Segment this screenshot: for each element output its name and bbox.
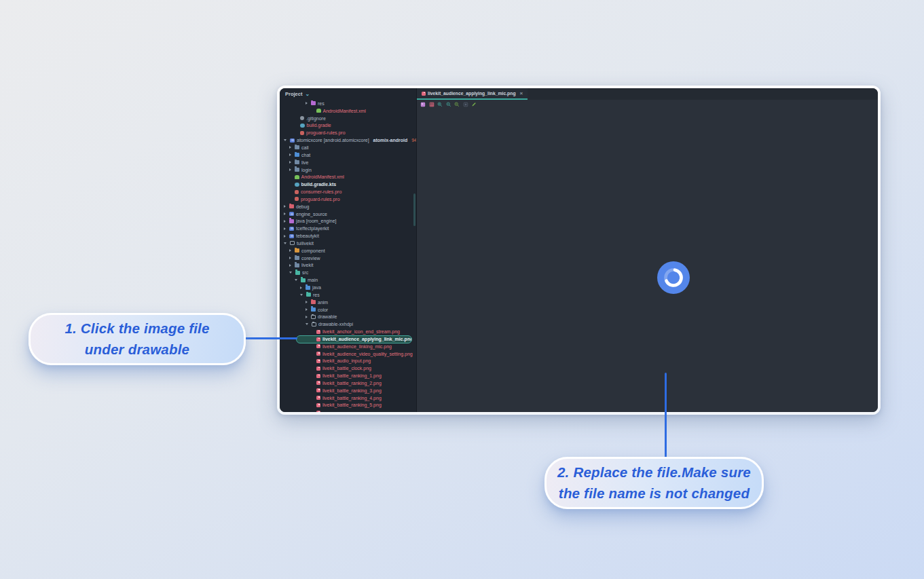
folder-blue-icon xyxy=(306,286,310,290)
tree-item[interactable]: chat xyxy=(280,151,416,159)
chevron-right-icon[interactable] xyxy=(289,153,293,156)
folder-icon xyxy=(295,145,299,149)
project-tree-scrollbar[interactable] xyxy=(413,193,415,226)
project-panel-header[interactable]: Project ⌄ xyxy=(280,88,416,100)
chevron-right-icon[interactable] xyxy=(306,102,309,105)
close-icon[interactable]: × xyxy=(520,90,523,96)
chevron-right-icon[interactable] xyxy=(284,227,287,230)
editor-tab-bar: livekit_audience_applying_link_mic.png × xyxy=(417,88,878,100)
editor-tab-active[interactable]: livekit_audience_applying_link_mic.png × xyxy=(417,88,528,100)
tree-item[interactable]: drawable-xxhdpi xyxy=(280,320,416,328)
tree-item[interactable]: component xyxy=(280,247,416,255)
tree-item[interactable]: .gitignore xyxy=(280,115,416,122)
tree-item[interactable]: AndroidManifest.xml xyxy=(280,173,416,181)
chevron-right-icon[interactable] xyxy=(284,220,287,223)
tree-item[interactable]: build.gradle.kts xyxy=(280,181,416,188)
chevron-right-icon[interactable] xyxy=(300,286,303,289)
pixel-grid-icon[interactable] xyxy=(429,102,435,107)
tree-item-label: .gitignore xyxy=(306,116,326,121)
tree-item[interactable]: engine_source xyxy=(280,210,416,218)
folder-outline-icon xyxy=(312,322,316,326)
tree-item[interactable]: drawable xyxy=(280,313,416,320)
tree-item[interactable]: livekit_battle_ranking_3.png xyxy=(280,387,416,394)
chevron-right-icon[interactable] xyxy=(289,249,293,252)
zoom-out-icon[interactable] xyxy=(446,102,451,107)
tree-item[interactable]: live xyxy=(280,159,416,166)
gradle-icon xyxy=(300,124,305,128)
folder-purple-icon xyxy=(311,101,316,105)
image-file-icon xyxy=(316,381,320,385)
tree-item[interactable]: livekit_anchor_icon_end_stream.png xyxy=(280,328,416,335)
edit-externally-icon[interactable] xyxy=(471,102,477,107)
chevron-down-icon[interactable] xyxy=(295,279,297,281)
chevron-right-icon[interactable] xyxy=(306,316,309,318)
tree-item[interactable]: src xyxy=(280,269,416,276)
folder-orange-icon xyxy=(295,248,299,253)
git-status-badge: 94↑ 2↓ / 1 ⚠ xyxy=(411,138,416,143)
callout-2-connector-line xyxy=(665,373,667,458)
fit-to-window-icon[interactable] xyxy=(463,102,468,107)
tree-item[interactable]: tceffectplayerkit xyxy=(280,225,416,232)
chevron-right-icon[interactable] xyxy=(289,161,293,164)
folder-icon xyxy=(295,160,299,164)
chessboard-background-icon[interactable] xyxy=(420,102,426,107)
tree-item-label: build.gradle xyxy=(307,123,331,128)
tree-item-label: drawable-xxhdpi xyxy=(318,322,353,326)
tree-item[interactable]: livekit_audio_input.png xyxy=(280,358,416,365)
chevron-right-icon[interactable] xyxy=(284,205,287,208)
tree-item[interactable]: java xyxy=(280,284,416,291)
tree-item[interactable]: java [room_engine] xyxy=(280,218,416,225)
chevron-right-icon[interactable] xyxy=(284,235,287,238)
chevron-right-icon[interactable] xyxy=(306,301,309,303)
tree-item[interactable]: livekit_battle_ranking_5.png xyxy=(280,402,416,409)
tree-item[interactable]: livekit_battle_ranking_2.png xyxy=(280,379,416,387)
folder-source-icon xyxy=(306,293,311,297)
chevron-down-icon[interactable] xyxy=(284,139,287,141)
image-file-icon xyxy=(316,344,320,348)
tree-item[interactable]: livekit_audience_linking_mic.png xyxy=(280,343,416,350)
tree-item[interactable]: res xyxy=(280,100,416,107)
editor-tab-label: livekit_audience_applying_link_mic.png xyxy=(428,91,516,96)
chevron-down-icon[interactable] xyxy=(300,294,303,296)
tree-item[interactable]: livekit_audience_video_quality_setting.p… xyxy=(280,350,416,358)
tree-item[interactable]: debug xyxy=(280,203,416,210)
folder-red-icon xyxy=(311,300,316,304)
tree-item[interactable]: proguard-rules.pro xyxy=(280,129,416,136)
tree-item[interactable]: livekit_battle_ranking_4.png xyxy=(280,394,416,402)
tree-item[interactable]: main xyxy=(280,276,416,284)
tree-item[interactable]: proguard-rules.pro xyxy=(280,195,416,203)
tree-item[interactable]: coreview xyxy=(280,255,416,262)
tree-item[interactable] xyxy=(280,409,416,412)
tree-item[interactable]: atomicxcore [android.atomicxcore]atomix-… xyxy=(280,136,416,144)
tree-item[interactable]: livekit_battle_ranking_1.png xyxy=(280,372,416,379)
zoom-in-icon[interactable] xyxy=(437,102,443,107)
tree-item[interactable]: anim xyxy=(280,299,416,306)
module-icon xyxy=(289,227,294,231)
chevron-right-icon[interactable] xyxy=(284,212,287,215)
chevron-right-icon[interactable] xyxy=(289,168,293,171)
chevron-down-icon[interactable] xyxy=(306,323,308,325)
tree-item-label: livekit_battle_ranking_5.png xyxy=(322,403,382,407)
tree-item[interactable]: livekit xyxy=(280,262,416,269)
chevron-right-icon[interactable] xyxy=(289,257,293,259)
tree-item-label: main xyxy=(308,278,318,282)
chevron-right-icon[interactable] xyxy=(306,308,309,311)
chevron-right-icon[interactable] xyxy=(289,264,293,267)
tree-item[interactable]: build.gradle xyxy=(280,122,416,130)
tree-item-label: livekit_battle_ranking_4.png xyxy=(322,396,382,400)
chevron-down-icon[interactable] xyxy=(289,272,292,274)
tree-item[interactable]: tuilivekit xyxy=(280,240,416,247)
tree-item[interactable]: login xyxy=(280,166,416,174)
tree-item[interactable]: tebeautykit xyxy=(280,232,416,240)
tree-item-selected[interactable]: livekit_audience_applying_link_mic.png xyxy=(296,335,412,343)
tree-item[interactable]: livekit_battle_clock.png xyxy=(280,365,416,372)
tree-item[interactable]: call xyxy=(280,144,416,151)
ide-inner: Project ⌄ resAndroidManifest.xml.gitigno… xyxy=(280,88,878,412)
actual-size-icon[interactable] xyxy=(454,102,460,107)
tree-item[interactable]: consumer-rules.pro xyxy=(280,188,416,195)
tree-item[interactable]: color xyxy=(280,306,416,314)
chevron-right-icon[interactable] xyxy=(289,146,293,149)
tree-item[interactable]: res xyxy=(280,291,416,299)
chevron-down-icon[interactable] xyxy=(284,242,287,244)
tree-item[interactable]: AndroidManifest.xml xyxy=(280,107,416,115)
